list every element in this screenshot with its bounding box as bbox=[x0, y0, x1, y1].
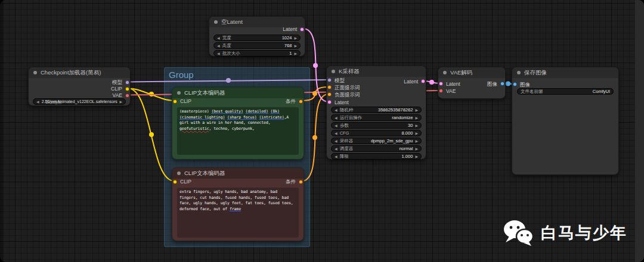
next-option-icon[interactable]: ▶ bbox=[415, 116, 418, 120]
clip-output-port[interactable] bbox=[125, 87, 129, 91]
increment-icon[interactable]: ▶ bbox=[294, 36, 297, 40]
wire-clip-negative-dot bbox=[149, 132, 154, 137]
input-slot-negative: 负面提示词 bbox=[327, 91, 360, 98]
node-vae-decode[interactable]: VAE解码 Latent VAE 图像 bbox=[438, 67, 506, 99]
decrement-icon[interactable]: ◀ bbox=[335, 154, 338, 158]
node-title: 空Latent bbox=[221, 18, 243, 26]
increment-icon[interactable]: ▶ bbox=[294, 43, 297, 48]
negative-prompt-textarea[interactable]: extra fingers, ugly hands, bad anatomy, … bbox=[177, 188, 299, 238]
node-save-image[interactable]: 保存图像 图像 文件名前缀 ComfyUI bbox=[512, 67, 619, 175]
vae-output-port[interactable] bbox=[125, 93, 129, 98]
width-widget[interactable]: ◀宽度1024▶ bbox=[213, 35, 301, 41]
latent-input-port[interactable] bbox=[439, 82, 443, 86]
latent-input-port[interactable] bbox=[327, 100, 332, 104]
next-option-icon[interactable]: ▶ bbox=[415, 139, 418, 143]
height-widget[interactable]: ◀高度768▶ bbox=[213, 42, 301, 49]
denoise-widget[interactable]: ◀降噪1.000▶ bbox=[331, 153, 422, 160]
positive-prompt-textarea[interactable]: (masterpiece) (best quality) (detailed) … bbox=[177, 107, 299, 155]
node-title: VAE解码 bbox=[450, 69, 472, 77]
wire-latent-in-dot bbox=[313, 63, 318, 68]
collapse-dot-icon[interactable] bbox=[177, 91, 181, 95]
filename-prefix-widget[interactable]: 文件名前缀 ComfyUI bbox=[517, 88, 614, 95]
decrement-icon[interactable]: ◀ bbox=[335, 131, 338, 135]
decrement-icon[interactable]: ◀ bbox=[217, 43, 220, 48]
latent-output-port[interactable] bbox=[300, 27, 304, 32]
wire-cond-negative-dot bbox=[312, 135, 317, 140]
wire-cond-positive-dot bbox=[312, 91, 317, 96]
steps-widget[interactable]: ◀步数30▶ bbox=[331, 122, 422, 129]
wire-image-dot bbox=[506, 82, 510, 86]
wire-latent-out-dot bbox=[429, 80, 434, 85]
node-title: CLIP文本编码器 bbox=[184, 170, 225, 177]
combo-value: 2.5D\revAnimated_v122EOL.safetensors bbox=[42, 99, 117, 104]
collapse-dot-icon[interactable] bbox=[33, 71, 37, 74]
cfg-widget[interactable]: ◀CFG8.000▶ bbox=[331, 130, 422, 136]
latent-output-port[interactable] bbox=[421, 79, 425, 83]
decrement-icon[interactable]: ◀ bbox=[217, 51, 220, 55]
node-ksampler[interactable]: K采样器 模型 正面提示词 负面提示词 Latent Latent ◀随机种35… bbox=[326, 66, 426, 160]
image-output-port[interactable] bbox=[500, 82, 504, 86]
prev-option-icon[interactable]: ◀ bbox=[335, 139, 338, 143]
negative-input-port[interactable] bbox=[327, 92, 332, 96]
ckpt-name-combo[interactable]: ◀ Ckpt名称 2.5D\revAnimated_v122EOL.safete… bbox=[33, 98, 126, 105]
prev-option-icon[interactable]: ◀ bbox=[36, 99, 39, 104]
decrement-icon[interactable]: ◀ bbox=[217, 36, 220, 40]
canvas-right-edge bbox=[635, 0, 644, 262]
canvas-left-edge bbox=[0, 0, 3, 262]
increment-icon[interactable]: ▶ bbox=[415, 154, 418, 158]
increment-icon[interactable]: ▶ bbox=[415, 123, 418, 127]
scheduler-widget[interactable]: ◀调度器normal▶ bbox=[331, 145, 422, 152]
decrement-icon[interactable]: ◀ bbox=[335, 123, 338, 127]
image-input-port[interactable] bbox=[513, 82, 517, 86]
node-checkpoint-loader[interactable]: Checkpoint加载器(简易) 模型 CLIP VAE ◀ Ckpt名称 2… bbox=[28, 67, 131, 106]
increment-icon[interactable]: ▶ bbox=[415, 131, 418, 135]
collapse-dot-icon[interactable] bbox=[517, 71, 521, 74]
model-output-port[interactable] bbox=[125, 80, 129, 85]
input-slot-positive: 正面提示词 bbox=[327, 84, 360, 91]
watermark-text: 白马与少年 bbox=[541, 222, 627, 244]
collapse-dot-icon[interactable] bbox=[214, 20, 218, 24]
collapse-dot-icon[interactable] bbox=[177, 171, 181, 175]
batch-size-widget[interactable]: ◀批次大小1▶ bbox=[213, 50, 301, 57]
next-option-icon[interactable]: ▶ bbox=[119, 99, 122, 104]
node-title: CLIP文本编码器 bbox=[184, 89, 225, 97]
clip-input-port[interactable] bbox=[173, 99, 177, 104]
prev-option-icon[interactable]: ◀ bbox=[335, 116, 338, 120]
increment-icon[interactable]: ▶ bbox=[294, 51, 297, 55]
positive-input-port[interactable] bbox=[327, 85, 332, 89]
node-title: K采样器 bbox=[339, 68, 360, 76]
node-clip-encode-positive[interactable]: CLIP文本编码器 CLIP 条件 (masterpiece) (best qu… bbox=[172, 87, 304, 160]
node-title: Checkpoint加载器(简易) bbox=[41, 69, 101, 77]
wire-clip-positive-dot bbox=[149, 92, 154, 96]
node-empty-latent[interactable]: 空Latent Latent ◀宽度1024▶ ◀高度768▶ ◀批次大小1▶ bbox=[209, 16, 305, 57]
vae-input-port[interactable] bbox=[439, 89, 443, 93]
wechat-icon bbox=[503, 219, 535, 247]
model-input-port[interactable] bbox=[327, 78, 332, 82]
prev-option-icon[interactable]: ◀ bbox=[335, 146, 338, 151]
decrement-icon[interactable]: ◀ bbox=[335, 108, 338, 112]
increment-icon[interactable]: ▶ bbox=[415, 108, 418, 112]
collapse-dot-icon[interactable] bbox=[332, 70, 335, 73]
control-after-generate-widget[interactable]: ◀运行后操作randomize▶ bbox=[331, 114, 422, 121]
node-clip-encode-negative[interactable]: CLIP文本编码器 CLIP 条件 extra fingers, ugly ha… bbox=[172, 167, 304, 241]
watermark: 白马与少年 bbox=[503, 219, 627, 247]
conditioning-output-port[interactable] bbox=[299, 180, 303, 184]
node-graph-canvas[interactable]: Group 空Latent Latent ◀宽度1024▶ ◀高度768▶ ◀批… bbox=[0, 0, 644, 262]
sampler-widget[interactable]: ◀采样器dpmpp_2m_sde_gpu▶ bbox=[331, 138, 422, 144]
seed-widget[interactable]: ◀随机种35862535878262▶ bbox=[331, 107, 422, 113]
next-option-icon[interactable]: ▶ bbox=[415, 146, 418, 151]
node-title: 保存图像 bbox=[524, 69, 547, 77]
clip-input-port[interactable] bbox=[173, 180, 177, 184]
conditioning-output-port[interactable] bbox=[299, 99, 303, 104]
collapse-dot-icon[interactable] bbox=[443, 71, 447, 74]
group-title: Group bbox=[165, 68, 309, 82]
